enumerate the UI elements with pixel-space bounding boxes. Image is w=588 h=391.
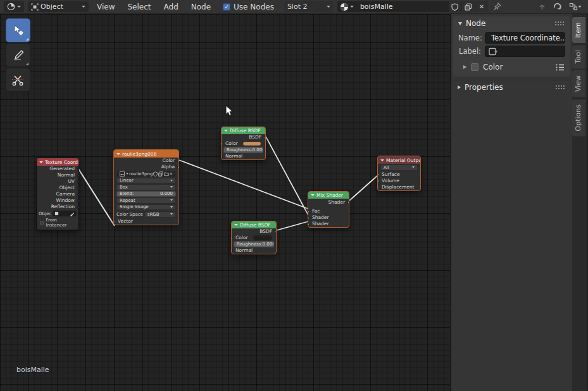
- socket-shader-2[interactable]: [308, 223, 310, 227]
- drag-handle-icon[interactable]: [555, 85, 566, 90]
- socket-uv[interactable]: [77, 180, 78, 184]
- socket-vector[interactable]: [114, 220, 115, 223]
- input-color: Color: [222, 140, 265, 147]
- socket-shader-out[interactable]: [347, 201, 349, 204]
- socket-fac[interactable]: [308, 210, 310, 214]
- socket-object[interactable]: [77, 187, 78, 190]
- node-name-field[interactable]: Texture Coordinate...: [485, 32, 565, 44]
- node-diffuse-bsdf-top[interactable]: Diffuse BSDF BSDF Color Roughness:0.000 …: [221, 127, 266, 160]
- socket-normal-input[interactable]: [222, 154, 223, 158]
- node-panel-header[interactable]: Node: [453, 16, 570, 30]
- shield-icon: [451, 3, 458, 11]
- menu-select[interactable]: Select: [123, 3, 155, 11]
- properties-panel-header[interactable]: Properties: [451, 80, 572, 94]
- socket-displacement[interactable]: [378, 185, 379, 189]
- collapse-icon[interactable]: [380, 159, 384, 161]
- socket-color[interactable]: [177, 159, 178, 163]
- node-material-output[interactable]: Material Output All Surface Volume Displ…: [377, 156, 421, 191]
- socket-alpha[interactable]: [177, 166, 178, 170]
- pin-icon[interactable]: [492, 3, 503, 11]
- color-checkbox[interactable]: [471, 63, 479, 71]
- socket-reflection[interactable]: [77, 206, 78, 209]
- object-picker-field[interactable]: [53, 211, 77, 216]
- node-label-field[interactable]: [485, 46, 565, 57]
- socket-window[interactable]: [77, 199, 78, 203]
- socket-generated[interactable]: [77, 168, 78, 171]
- tab-view[interactable]: View: [572, 70, 585, 97]
- menu-node[interactable]: Node: [187, 3, 215, 11]
- socket-normal[interactable]: [77, 174, 78, 178]
- editor-type-button[interactable]: [4, 1, 24, 12]
- color-swatch[interactable]: [253, 235, 272, 240]
- node-header[interactable]: Diffuse BSDF: [232, 221, 276, 228]
- node-header[interactable]: Material Output: [378, 156, 420, 164]
- socket-volume[interactable]: [378, 179, 379, 183]
- socket-shader-1[interactable]: [308, 216, 310, 220]
- collapse-icon[interactable]: [234, 224, 238, 226]
- projection-dropdown[interactable]: Box: [116, 184, 176, 190]
- color-swatch[interactable]: [242, 141, 261, 146]
- menu-view[interactable]: View: [92, 3, 119, 11]
- folder-open-icon[interactable]: [164, 171, 169, 177]
- node-image-texture[interactable]: roulie3png006 Color Alpha roulie3png006 …: [113, 149, 179, 225]
- annotate-tool[interactable]: [6, 43, 30, 67]
- object-icon: [54, 211, 59, 216]
- collapse-icon[interactable]: [116, 153, 120, 155]
- material-name-field[interactable]: boisMalle: [356, 3, 448, 11]
- unlink-image-button[interactable]: ✕: [170, 171, 173, 177]
- links-cut-tool[interactable]: [6, 68, 30, 92]
- tab-options[interactable]: Options: [572, 99, 585, 136]
- chevron-down-icon: [170, 199, 173, 201]
- roughness-slider[interactable]: Roughness:0.000: [234, 241, 274, 247]
- collapse-icon[interactable]: [224, 130, 228, 132]
- from-instancer-checkbox[interactable]: [40, 221, 44, 225]
- node-diffuse-bsdf-bottom[interactable]: Diffuse BSDF BSDF Color Roughness:0.000 …: [231, 221, 277, 254]
- snapping-icon[interactable]: [551, 2, 563, 11]
- browse-material-button[interactable]: [337, 3, 356, 11]
- node-header[interactable]: Texture Coordinate: [37, 158, 78, 166]
- node-header[interactable]: Mix Shader: [308, 192, 349, 199]
- node-mix-shader[interactable]: Mix Shader Shader Fac Shader Shader: [308, 191, 349, 228]
- node-header[interactable]: roulie3png006: [114, 150, 178, 158]
- input-surface: Surface: [378, 171, 420, 178]
- new-material-button[interactable]: [461, 1, 475, 12]
- overlays-dropdown[interactable]: [566, 3, 584, 11]
- presets-icon[interactable]: [555, 63, 565, 71]
- eyedropper-icon[interactable]: [70, 211, 75, 216]
- source-dropdown[interactable]: Single Image: [116, 204, 176, 211]
- select-box-tool[interactable]: [6, 18, 30, 42]
- blend-slider[interactable]: Blend:0.000: [116, 191, 176, 197]
- image-datablock-field[interactable]: roulie3png006 ✕: [116, 171, 176, 177]
- node-header[interactable]: Diffuse BSDF: [222, 127, 265, 134]
- socket-camera[interactable]: [77, 193, 78, 197]
- use-nodes-checkbox[interactable]: ✓: [223, 3, 230, 11]
- tab-tool[interactable]: Tool: [572, 45, 585, 68]
- colorspace-dropdown[interactable]: sRGB: [144, 211, 176, 218]
- parent-node-tree-icon[interactable]: [536, 3, 547, 11]
- socket-surface[interactable]: [378, 173, 379, 177]
- duplicate-icon[interactable]: [158, 171, 163, 177]
- collapse-icon[interactable]: [39, 161, 43, 163]
- node-texture-coordinate[interactable]: Texture Coordinate Generated Normal UV O…: [36, 158, 79, 230]
- node-editor-canvas[interactable]: Texture Coordinate Generated Normal UV O…: [0, 14, 451, 391]
- slot-dropdown[interactable]: Slot 2: [284, 1, 334, 12]
- socket-color-input[interactable]: [222, 142, 223, 146]
- extension-dropdown[interactable]: Repeat: [116, 197, 176, 204]
- shader-type-dropdown[interactable]: Object: [28, 1, 89, 12]
- roughness-slider[interactable]: Roughness:0.000: [223, 147, 263, 153]
- interpolation-dropdown[interactable]: Linear: [116, 178, 176, 184]
- output-target-dropdown[interactable]: All: [380, 164, 418, 171]
- socket-color-input[interactable]: [232, 237, 233, 240]
- duplicate-icon: [465, 3, 472, 11]
- socket-bsdf[interactable]: [275, 230, 276, 234]
- fake-user-button[interactable]: [448, 1, 461, 12]
- unlink-material-button[interactable]: ✕: [475, 1, 488, 12]
- color-subpanel-header[interactable]: Color: [453, 59, 570, 73]
- menu-add[interactable]: Add: [160, 3, 183, 11]
- shield-icon[interactable]: [153, 171, 158, 177]
- drag-handle-icon[interactable]: [554, 21, 565, 26]
- tab-item[interactable]: Item: [572, 17, 585, 43]
- socket-normal-input[interactable]: [232, 249, 233, 252]
- socket-bsdf[interactable]: [264, 136, 265, 140]
- collapse-icon[interactable]: [311, 194, 315, 196]
